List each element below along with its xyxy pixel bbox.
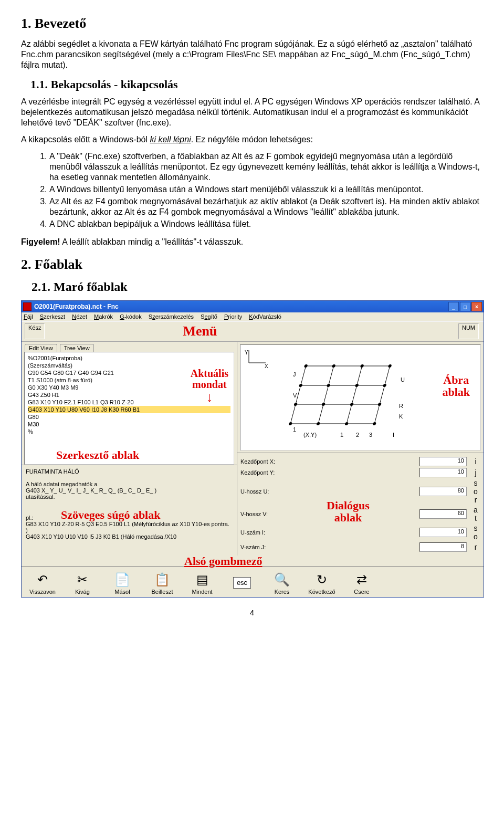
code-line[interactable]: M30 [28,421,230,428]
menu-item[interactable]: Nézet [72,313,87,320]
svg-text:R: R [399,403,403,409]
replace-button[interactable]: ⇄Csere [343,571,381,595]
svg-point-12 [388,364,392,368]
svg-point-19 [350,403,354,406]
copy-button[interactable]: 📄Másol [103,571,141,595]
tab-tree-view[interactable]: Tree View [60,344,94,352]
menu-item[interactable]: Szerkeszt [40,313,65,320]
list-item: Az Alt és az F4 gombok megnyomásával bez… [49,196,483,217]
field-label: V-hossz V: [240,511,309,517]
annotation-sugo: Szöveges súgó ablak [61,508,160,522]
grid-diagram: U J V 1 (X,Y) 1 2 3 R K I [288,355,414,439]
status-num: NUM [458,323,479,339]
help-line: G403 X_ Y_ U_ V_ I_ J_ K_ R_ Q_ (B_ C_ D… [26,487,233,494]
field-label: U-szám I: [240,529,309,536]
next-icon: ↻ [303,571,341,589]
code-line[interactable]: %O2001(Furatproba) [28,354,230,362]
menu-item[interactable]: G-kódok [120,313,142,320]
heading-2: 2. Főablak [21,257,483,273]
undo-icon: ↶ [24,571,61,589]
annotation-szerkeszto: Szerkesztő ablak [56,448,139,462]
code-line-selected[interactable]: G403 X10 Y10 U80 V60 I10 J8 K30 R60 B1 [28,406,230,413]
svg-point-11 [360,364,364,368]
help-line: G403 X10 Y10 U10 V10 I5 J3 K0 B1 (Háló m… [26,533,233,540]
field-label: Kezdőpont Y: [240,469,309,476]
svg-point-20 [377,403,382,406]
svg-point-21 [288,422,292,425]
svg-point-24 [372,422,376,425]
minimize-button[interactable]: _ [448,302,459,311]
svg-text:2: 2 [356,432,359,438]
close-button[interactable]: × [471,302,482,311]
svg-text:V: V [293,392,297,399]
scissors-icon: ✂ [64,571,101,589]
editor-tabs[interactable]: Edit View Tree View [22,342,237,352]
help-line: utasítással. [26,494,233,500]
select-all-icon: ▤ [183,571,221,589]
find-next-button[interactable]: ↻Következő [303,571,341,595]
svg-text:U: U [401,376,405,383]
paragraph-3: A kikapcsolás előtt a Windows-ból ki kel… [21,134,483,145]
svg-point-17 [293,403,298,406]
field-label: U-hossz U: [240,488,309,495]
exit-methods-list: A "Deák" (Fnc.exe) szoftverben, a főabla… [37,151,483,229]
paste-icon: 📋 [143,571,181,589]
input-kezdopont-y[interactable]: 10 [419,468,467,477]
input-v-hossz[interactable]: 60 [419,509,467,519]
select-all-button[interactable]: ▤Mindent [183,571,221,595]
paste-button[interactable]: 📋Beilleszt [143,571,181,595]
help-line: G83 X10 Y10 Z-20 R-5 Q3 E0.5 F100 L1 (Mé… [26,521,233,533]
undo-button[interactable]: ↶Visszavon [24,571,61,595]
page-number: 4 [21,608,483,617]
svg-text:J: J [293,371,296,378]
menu-item[interactable]: Makrók [94,313,113,320]
titlebar[interactable]: O2001(Furatproba).nct - Fnc _ □ × [22,301,484,312]
dialog-pane[interactable]: Kezdőpont X:10i Kezdőpont Y:10j U-hossz … [237,453,484,556]
menubar[interactable]: Fájl Szerkeszt Nézet Makrók G-kódok Szer… [22,312,484,321]
input-u-hossz[interactable]: 80 [419,487,467,496]
help-line: A háló adatai megadhatók a [26,481,233,487]
input-u-szam[interactable]: 10 [419,528,467,537]
heading-1-1: 1.1. Bekapcsolás - kikapcsolás [30,78,483,91]
editor-pane[interactable]: %O2001(Furatproba) (Szerszámváltás) G90 … [24,352,234,465]
cut-button[interactable]: ✂Kivág [64,571,101,595]
svg-point-14 [327,384,331,387]
annotation-abra: Ábraablak [442,374,470,398]
svg-text:(X,Y): (X,Y) [303,432,317,438]
code-line[interactable]: % [28,428,230,435]
menu-item[interactable]: Priority [224,313,242,320]
svg-text:I: I [393,432,394,438]
menu-item[interactable]: KódVarázsló [249,313,281,320]
annotation-menu: Menü [183,323,217,339]
field-label: Kezdőpont X: [240,458,309,465]
annotation-dialogus: Dialógusablak [327,499,370,523]
find-button[interactable]: 🔍Keres [263,571,301,595]
svg-point-15 [355,384,359,387]
tab-edit-view[interactable]: Edit View [25,344,57,352]
maximize-button[interactable]: □ [460,302,470,311]
warning-paragraph: Figyelem! A leállít ablakban mindig a "l… [21,237,483,247]
app-window: O2001(Furatproba).nct - Fnc _ □ × Fájl S… [21,300,484,598]
svg-text:1: 1 [340,432,343,438]
menu-item[interactable]: Szerszámkezelés [149,313,194,320]
input-kezdopont-x[interactable]: 10 [419,457,467,466]
svg-text:Y: Y [245,350,248,355]
menu-item[interactable]: Fájl [24,313,33,320]
field-label: V-szám J: [240,544,309,550]
help-title: FURATMINTA HÁLÓ [26,468,233,475]
intro-paragraph: Az alábbi segédlet a kivonata a FEW kárt… [21,39,483,70]
side-char: j [471,468,480,477]
side-char: r [471,543,480,551]
side-char: so [471,524,480,541]
svg-rect-4 [290,366,390,424]
app-icon [23,302,32,311]
menu-item[interactable]: Segítő [201,313,217,320]
input-v-szam[interactable]: 8 [419,542,467,552]
code-line[interactable]: G80 [28,413,230,421]
esc-button[interactable]: esc [223,573,261,592]
svg-text:X: X [265,363,268,369]
svg-point-13 [299,384,303,387]
annotation-aktualis-mondat: Aktuálismondat↓ [191,368,228,404]
svg-point-10 [332,364,336,368]
svg-line-8 [346,366,362,424]
